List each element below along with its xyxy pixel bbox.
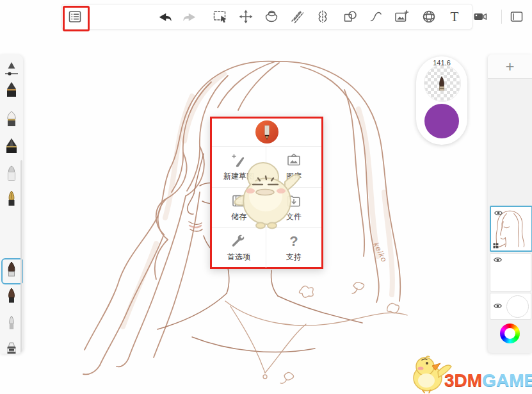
time-lapse-button[interactable] <box>469 6 491 27</box>
menu-icon <box>67 9 83 24</box>
selection-tool-button[interactable] <box>209 6 231 27</box>
add-layer-button[interactable]: + <box>488 54 532 79</box>
transform-arrows-icon <box>238 9 254 24</box>
watermark-text: 3DMGAME <box>444 370 532 391</box>
text-tool-icon: T <box>451 10 459 24</box>
transform-tool-button[interactable] <box>235 6 257 27</box>
menu-item-support[interactable]: ? 支持 <box>266 227 321 268</box>
menu-item-label: 文件 <box>286 211 302 222</box>
save-icon <box>230 193 247 209</box>
top-toolbar: T <box>61 4 472 29</box>
toolbar-divider <box>501 10 502 24</box>
canvas-frame-icon <box>509 9 524 24</box>
site-watermark: 3DMGAME <box>408 354 532 393</box>
text-tool-button[interactable]: T <box>444 6 465 27</box>
layer-visibility-eye-icon[interactable] <box>493 256 503 263</box>
curve-stroke-icon <box>368 9 383 24</box>
brush-round[interactable] <box>3 286 20 307</box>
active-color-swatch[interactable] <box>424 104 459 138</box>
brush-pencil[interactable] <box>3 80 20 101</box>
brush-copic-marker-1[interactable] <box>3 340 20 354</box>
menu-item-preferences[interactable]: 首选项 <box>212 227 266 268</box>
guides-tool-button[interactable] <box>286 6 308 27</box>
support-question-icon: ? <box>289 233 298 250</box>
menu-item-label: 首选项 <box>227 252 250 263</box>
symmetry-icon <box>315 9 330 24</box>
layer-lock-icon <box>493 243 499 249</box>
preferences-wrench-icon <box>230 233 247 250</box>
ruler-guides-icon <box>289 9 305 24</box>
menu-item-label: 新建草图 <box>223 171 254 182</box>
fill-tool-button[interactable] <box>261 6 282 27</box>
perspective-tool-button[interactable] <box>418 6 440 27</box>
gallery-icon <box>286 152 302 169</box>
undo-button[interactable] <box>154 6 175 27</box>
app-window: keiko <box>0 0 532 394</box>
menu-item-label: 储存 <box>231 211 246 222</box>
menu-item-save[interactable]: 储存 <box>212 187 266 227</box>
menu-button[interactable] <box>64 6 86 27</box>
brush-panel-scrollbar[interactable] <box>20 160 22 354</box>
artist-signature: keiko <box>371 241 389 264</box>
menu-item-gallery[interactable]: 图库 <box>266 147 321 187</box>
watermark-3dm: 3DM <box>444 370 482 390</box>
color-wheel-button[interactable] <box>500 324 520 343</box>
selection-marquee-icon <box>213 9 228 24</box>
fullscreen-button[interactable] <box>506 6 528 27</box>
undo-arrow-icon <box>157 9 172 24</box>
brush-paint-selected[interactable] <box>3 261 20 281</box>
brush-size-value: 141.6 <box>416 59 467 67</box>
files-icon <box>286 193 302 209</box>
brush-marker[interactable] <box>3 163 20 184</box>
brush-tip-icon <box>437 76 447 93</box>
brush-airbrush[interactable] <box>3 313 20 334</box>
layer-background[interactable] <box>490 293 531 320</box>
sketchbook-logo <box>255 120 278 144</box>
menu-item-files[interactable]: 文件 <box>266 187 321 227</box>
layer-empty[interactable] <box>490 253 531 291</box>
watermark-game: GAME <box>482 370 532 390</box>
symmetry-tool-button[interactable] <box>312 6 334 27</box>
stroke-tool-button[interactable] <box>365 6 387 27</box>
menu-item-new-sketch[interactable]: 新建草图 <box>212 147 266 187</box>
brush-size-slider[interactable] <box>3 60 20 80</box>
menu-item-label: 图库 <box>286 171 302 182</box>
brush-ink-pen[interactable] <box>3 189 20 209</box>
shapes-icon <box>343 9 358 24</box>
paint-bucket-icon <box>264 9 279 24</box>
brush-soft-eraser[interactable] <box>3 110 20 130</box>
brush-library-panel <box>0 54 23 354</box>
background-color-thumbnail <box>506 295 529 318</box>
new-sketch-icon <box>230 152 247 169</box>
import-image-button[interactable] <box>391 6 412 27</box>
main-menu-popup: 新建草图 图库 储存 <box>210 117 323 269</box>
brush-color-puck[interactable]: 141.6 <box>416 56 467 145</box>
redo-arrow-icon <box>182 9 198 24</box>
color-wheel-center <box>504 328 515 339</box>
shapes-tool-button[interactable] <box>339 6 361 27</box>
perspective-globe-icon <box>421 9 437 24</box>
menu-grid: 新建草图 图库 储存 <box>212 146 321 268</box>
import-image-icon <box>394 9 409 24</box>
camera-icon <box>472 9 488 24</box>
menu-item-label: 支持 <box>286 252 302 263</box>
layer-visibility-eye-icon[interactable] <box>494 209 503 217</box>
layers-panel: + <box>488 54 532 353</box>
pencil-logo-icon <box>259 124 275 140</box>
layer-sketch-selected[interactable] <box>490 206 532 252</box>
redo-button[interactable] <box>179 6 201 27</box>
layer-visibility-eye-icon[interactable] <box>493 302 503 309</box>
brush-thick-pencil[interactable] <box>3 136 20 157</box>
